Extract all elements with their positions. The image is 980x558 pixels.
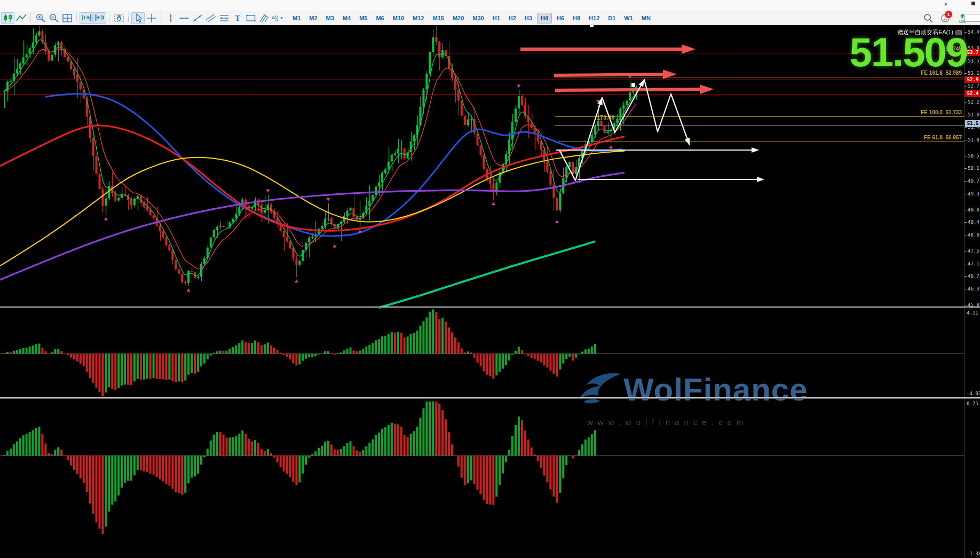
- annotation-price-label: 173.49: [597, 114, 615, 121]
- price-axis[interactable]: 54.453.953.553.152.752.251.851.451.050.5…: [964, 25, 980, 558]
- panel-range-label: -4.03: [967, 391, 980, 396]
- toolbar-crosshair-button[interactable]: [145, 12, 158, 24]
- toolbar-cursor-button[interactable]: [131, 12, 145, 24]
- watermark-brand: WolFinance: [623, 371, 808, 408]
- panel-range-label: -1.38: [967, 551, 980, 556]
- timeframe-M6[interactable]: M6: [372, 13, 388, 23]
- toolbar-separator: [161, 12, 161, 22]
- timeframe-H8[interactable]: H8: [569, 13, 584, 23]
- toolbar-separator: [76, 12, 77, 22]
- toolbar-text-tool-button[interactable]: T: [231, 12, 244, 24]
- search-icon[interactable]: [921, 12, 935, 24]
- level-price-badge: 52.4: [965, 90, 980, 97]
- toolbar-zoom-in-button[interactable]: [34, 12, 47, 24]
- timeframe-bar: M1M2M3M4M5M6M10M12M15M20M30H1H2H3H4H6H8H…: [288, 13, 655, 23]
- wolfinance-bird-icon: [568, 372, 623, 408]
- toolbar-rectangle-button[interactable]: [244, 12, 257, 24]
- titlebar: ▼: [0, 0, 980, 11]
- panel-range-label: 4.11: [967, 310, 978, 316]
- timeframe-M3[interactable]: M3: [322, 13, 338, 23]
- toolbar-candlestick-chart-button[interactable]: [1, 12, 14, 24]
- timeframe-D1[interactable]: D1: [604, 13, 619, 23]
- toolbar-fibonacci-button[interactable]: [217, 12, 231, 24]
- notification-badge: 1: [945, 11, 952, 18]
- toolbar-zoom-out-button[interactable]: [47, 12, 60, 24]
- timeframe-H6[interactable]: H6: [553, 13, 568, 23]
- timeframe-H2[interactable]: H2: [505, 13, 520, 23]
- timeframe-H12[interactable]: H12: [585, 13, 603, 23]
- toolbar-trendline-button[interactable]: [191, 12, 204, 24]
- current-price-badge: 51.5: [965, 120, 980, 127]
- timeframe-M10[interactable]: M10: [389, 13, 408, 23]
- price-tick: 50.5: [965, 153, 980, 159]
- chart-canvas[interactable]: [0, 25, 964, 558]
- panel-range-label: 0.75: [967, 401, 978, 406]
- toolbar-shapes-button[interactable]: ▼: [271, 12, 284, 24]
- price-tick: 46.7: [965, 273, 980, 279]
- toolbar-pitchfork-button[interactable]: [257, 12, 271, 24]
- toolbar-separator: [128, 12, 129, 22]
- timeframe-M2[interactable]: M2: [305, 13, 321, 23]
- timeframe-W1[interactable]: W1: [620, 13, 637, 23]
- level-price-badge: 53.7: [965, 49, 980, 56]
- fib-extension-label: FE 61.8 50.957: [924, 135, 962, 140]
- price-tick: 49.3: [965, 191, 980, 197]
- timeframe-M4[interactable]: M4: [339, 13, 354, 23]
- toolbar-vertical-line-button[interactable]: [164, 12, 177, 24]
- toolbar-line-chart-button[interactable]: [14, 12, 28, 24]
- price-tick: 47.5: [965, 248, 980, 254]
- toolbar-groups: T▼: [0, 12, 285, 24]
- toolbar-channel-button[interactable]: [204, 12, 217, 24]
- timeframe-M15[interactable]: M15: [429, 13, 448, 23]
- trading-app: ▼ T▼ M1M2M3M4M5M6M10M12M15M20M30H1H2H3H4…: [0, 0, 980, 558]
- watermark: WolFinance www.wolfinance.com: [568, 371, 824, 427]
- toolbar-separator: [109, 12, 109, 22]
- price-tick: 51.8: [965, 112, 980, 118]
- window-mark-icon: [971, 2, 975, 5]
- timeframe-M30[interactable]: M30: [469, 13, 487, 23]
- current-price-display: 51.509: [850, 33, 967, 72]
- price-tick: 50.1: [965, 166, 980, 171]
- level-price-badge: 52.9: [965, 76, 980, 83]
- titlebar-caret-icon[interactable]: ▼: [944, 2, 948, 7]
- timeframe-H4[interactable]: H4: [537, 13, 552, 23]
- toolbar-tile-windows-button[interactable]: [60, 12, 74, 24]
- timeframe-M12[interactable]: M12: [409, 13, 428, 23]
- timeframe-H1[interactable]: H1: [489, 13, 504, 23]
- fib-extension-label: FE 100.0 51.733: [921, 109, 962, 115]
- toolbar-screenshot-button[interactable]: [112, 12, 125, 24]
- price-tick: 51.0: [965, 137, 980, 143]
- caret-down-icon: ▼: [280, 16, 283, 20]
- watermark-url: www.wolfinance.com: [587, 418, 824, 427]
- panel-separator-2[interactable]: [0, 397, 980, 399]
- price-tick: 48.0: [965, 232, 980, 238]
- chart-stage: 赠送半自动交易EA(1) 51.509 173.49 0 53.745FE 16…: [0, 25, 980, 558]
- timeframe-MN[interactable]: MN: [638, 13, 654, 23]
- xp-progress-bar: [965, 14, 980, 22]
- price-tick: 46.3: [965, 286, 980, 292]
- timeframe-M5[interactable]: M5: [355, 13, 371, 23]
- timeframe-H3[interactable]: H3: [521, 13, 536, 23]
- svg-text:T: T: [234, 14, 240, 22]
- toolbar-auto-scroll-button[interactable]: [80, 12, 93, 24]
- price-tick: 47.1: [965, 261, 980, 267]
- toolbar-separator: [30, 12, 31, 22]
- price-tick: 48.4: [965, 219, 980, 225]
- panel-separator-1[interactable]: [0, 306, 980, 308]
- timeframe-M1[interactable]: M1: [289, 13, 304, 23]
- toolbar: T▼ M1M2M3M4M5M6M10M12M15M20M30H1H2H3H4H6…: [0, 11, 980, 25]
- toolbar-chart-shift-button[interactable]: [93, 12, 106, 24]
- timeframe-M20[interactable]: M20: [449, 13, 468, 23]
- price-tick: 48.8: [965, 207, 980, 213]
- price-tick: 52.7: [965, 83, 980, 89]
- price-tick: 52.2: [965, 99, 980, 105]
- toolbar-horizontal-line-button[interactable]: [177, 12, 191, 24]
- price-tick: 49.7: [965, 178, 980, 184]
